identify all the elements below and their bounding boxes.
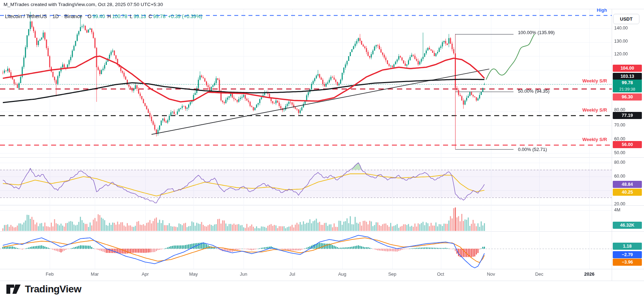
rsi-ma-value-badge: 40.25	[613, 189, 642, 196]
price-tick-label: 70.00	[614, 123, 639, 128]
macd-line-badge: −2.79	[613, 251, 642, 258]
tradingview-logo[interactable]: TradingView	[6, 283, 81, 295]
price-tick-label: 80.00	[614, 107, 639, 112]
high-value: 100.78	[112, 13, 127, 19]
time-tick-label: Oct	[433, 271, 448, 277]
volume-value-badge: 46.32K	[613, 222, 642, 229]
level-badge-104: 104.00	[613, 65, 642, 72]
level-badge-9630: 96.30	[613, 93, 642, 101]
credit-line: M_MTrades created with TradingView.com, …	[4, 2, 163, 7]
change-value: +0.39 (+0.39%)	[168, 13, 202, 19]
time-tick-label: Apr	[137, 271, 153, 277]
low-value: 99.13	[133, 13, 146, 19]
legend-separator: ·	[49, 13, 51, 19]
legend-separator: ·	[61, 13, 63, 19]
time-tick-label: Feb	[42, 271, 58, 277]
exchange-label: Binance	[64, 13, 82, 19]
price-tick-label: 50.00	[614, 150, 639, 155]
currency-toggle-button[interactable]: USDT	[613, 14, 639, 24]
tradingview-logo-text: TradingView	[25, 283, 81, 295]
price-tick-label: 130.00	[614, 39, 639, 44]
bar-countdown: 21:39:38	[613, 86, 642, 92]
tradingview-logo-icon	[6, 283, 21, 295]
time-tick-label: Nov	[483, 271, 499, 277]
price-tick-label: 120.00	[614, 52, 639, 56]
time-tick-label: Mar	[87, 271, 103, 277]
last-price-value: 99.78	[613, 80, 642, 86]
open-value: 99.40	[93, 13, 105, 19]
tradingview-app: M_MTrades created with TradingView.com, …	[0, 0, 644, 308]
open-letter: O	[88, 13, 92, 19]
weekly-sr-label[interactable]: Weekly S/R	[568, 137, 607, 142]
macd-hist-badge: 1.18	[613, 243, 642, 250]
close-value: 99.78	[153, 13, 165, 19]
time-tick-label: Dec	[531, 271, 547, 277]
fib-0-label[interactable]: 0.00% (52.71)	[518, 147, 547, 152]
black-ma-badge: 103.13	[613, 73, 642, 80]
rsi-value-badge: 48.84	[613, 181, 642, 188]
close-letter: C	[148, 13, 152, 19]
fib-50-label[interactable]: 50.00% (94.35)	[518, 88, 550, 94]
price-tick-label: 140.00	[614, 26, 639, 31]
high-letter: H	[108, 13, 111, 19]
last-price-badge: 99.78 21:39:38	[613, 80, 642, 92]
rsi-tick-label: 20.00	[614, 201, 639, 206]
weekly-sr-label[interactable]: Weekly S/R	[568, 78, 607, 83]
rsi-tick-label: 60.00	[614, 174, 639, 179]
volume-tick-label: 4M	[614, 207, 639, 212]
price-tick-label: 60.00	[614, 136, 639, 141]
level-badge-7719: 77.19	[613, 112, 642, 119]
time-tick-label: May	[186, 271, 201, 277]
level-badge-5600: 56.00	[613, 141, 642, 148]
high-line-label: High	[586, 7, 607, 13]
rsi-tick-label: 80.00	[614, 160, 639, 165]
price-chart-canvas[interactable]	[0, 0, 644, 282]
time-tick-label-year: 2026	[582, 271, 597, 277]
time-tick-label: Sep	[384, 271, 400, 277]
fib-100-label[interactable]: 100.00% (135.99)	[518, 30, 555, 35]
symbol-name: Litecoin / TetherUS	[5, 13, 47, 19]
time-tick-label: Aug	[334, 271, 350, 277]
timeframe-label: 1D	[53, 13, 59, 19]
time-tick-label: Jun	[236, 271, 251, 277]
weekly-sr-label[interactable]: Weekly S/R	[568, 107, 607, 113]
time-tick-label: Jul	[284, 271, 300, 277]
low-letter: L	[130, 13, 132, 19]
symbol-legend[interactable]: Litecoin / TetherUS·1D·Binance O99.40 H1…	[5, 13, 203, 19]
macd-signal-badge: −3.96	[613, 259, 642, 266]
